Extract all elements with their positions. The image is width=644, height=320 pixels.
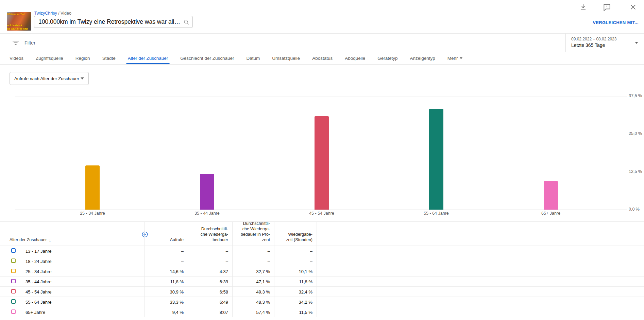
row-checkbox[interactable] [11,299,16,304]
bar-45-54-jahre[interactable] [315,116,329,210]
tab-alter-der-zuschauer[interactable]: Alter der Zuschauer [123,52,173,64]
cell-aufrufe: 9,4 % [172,310,184,315]
column-header-dauer[interactable]: Durchschnittli-che Wiederga-bedauer [201,226,228,243]
row-label: 25 - 34 Jahre [26,269,52,274]
breadcrumb-section: Video [61,11,71,16]
table-row-35-44-jahre[interactable]: 35 - 44 Jahre11,8 %6:3947,1 %11,8 % [0,277,644,287]
tab-label: Alter der Zuschauer [128,56,168,61]
tab-label: Mehr [447,56,458,61]
cell-zeit: 34,2 % [299,300,312,305]
tab-mehr[interactable]: Mehr [443,52,467,64]
thumbnail-text: n Rückblick [7,24,22,27]
column-separator [274,222,274,317]
tab-st-dte[interactable]: Städte [98,52,120,64]
column-separator [144,222,145,317]
thumbnail-text: as war alles kap [7,27,28,30]
tab-anzeigentyp[interactable]: Anzeigentyp [405,52,440,64]
row-checkbox[interactable] [11,248,16,253]
cell-zeit: 11,5 % [299,310,312,315]
breadcrumb-channel-link[interactable]: TwizyChrisy [34,11,57,16]
chevron-down-icon [635,42,638,44]
table-row-45-54-jahre[interactable]: 45 - 54 Jahre30,9 %6:5849,3 %32,4 % [0,287,644,297]
cell-dauer: 6:58 [220,289,228,295]
tab-aboquelle[interactable]: Aboquelle [340,52,370,64]
bar-55-64-jahre[interactable] [429,109,443,210]
metric-dropdown-value: Aufrufe nach Alter der Zuschauer [14,76,79,81]
thumbnail-text: 000km im Twi [7,13,24,16]
row-checkbox[interactable] [11,279,16,283]
download-button[interactable] [579,3,588,12]
breadcrumb: TwizyChrisy / Video [34,11,71,16]
cell-prozent: – [268,249,270,254]
tab-geschlecht-der-zuschauer[interactable]: Geschlecht der Zuschauer [175,52,239,64]
sort-desc-icon: ↓ [49,237,51,243]
table-row-13-17-jahre[interactable]: 13 - 17 Jahre–––– [0,246,644,256]
tab-label: Städte [102,56,116,61]
cell-zeit: 11,8 % [299,279,312,284]
compare-with-button[interactable]: VERGLEICHEN MIT... [593,20,639,25]
column-header-label: Wiedergabe-zeit (Stunden) [286,232,312,243]
cell-prozent: 47,1 % [256,279,270,284]
column-header-label: Durchschnittli-che Wiederga-bedauer in P… [241,221,270,243]
cell-dauer: – [226,259,228,264]
y-axis-tick-label: 37,5 % [629,93,644,98]
column-header-label: Durchschnittli-che Wiederga-bedauer [201,226,228,243]
row-checkbox[interactable] [11,269,16,273]
cell-prozent: – [268,259,270,264]
tab-umsatzquelle[interactable]: Umsatzquelle [267,52,305,64]
bar-65+-jahre[interactable] [544,181,558,210]
cell-dauer: – [226,249,228,254]
row-label: 65+ Jahre [26,310,45,315]
feedback-button[interactable] [603,3,611,12]
youtube-studio-analytics-page: 000km im Twi n Rückblick as war alles ka… [0,0,644,320]
add-metric-button[interactable] [141,231,148,238]
cell-zeit: 10,1 % [299,269,312,274]
metric-dropdown[interactable]: Aufrufe nach Alter der Zuschauer [10,72,89,85]
table-row-18-24-jahre[interactable]: 18 - 24 Jahre–––– [0,256,644,266]
cell-aufrufe: 33,3 % [170,300,184,305]
bar-25-34-jahre[interactable] [85,165,100,210]
row-checkbox[interactable] [11,259,16,263]
table-header: Alter der Zuschauer↓AufrufeDurchschnittl… [0,222,644,246]
x-axis-category-label: 65+ Jahre [522,211,580,216]
table-row-65+-jahre[interactable]: 65+ Jahre9,4 %8:0757,4 %11,5 % [0,307,644,317]
row-checkbox[interactable] [11,289,16,294]
column-header-aufrufe[interactable]: Aufrufe [170,237,184,243]
column-header-prozent[interactable]: Durchschnittli-che Wiederga-bedauer in P… [241,221,270,243]
cell-aufrufe: 30,9 % [170,289,184,295]
row-label: 45 - 54 Jahre [26,289,52,295]
cell-prozent: 32,7 % [256,269,270,274]
cell-dauer: 6:49 [220,300,228,305]
x-axis-category-label: 45 - 54 Jahre [293,211,351,216]
gridline [15,210,627,210]
row-label: 35 - 44 Jahre [26,279,52,284]
tab-abostatus[interactable]: Abostatus [307,52,337,64]
cell-dauer: 4:37 [220,269,228,274]
tab-region[interactable]: Region [71,52,95,64]
tab-zugriffsquelle[interactable]: Zugriffsquelle [31,52,68,64]
column-header-zeit[interactable]: Wiedergabe-zeit (Stunden) [286,232,312,243]
bar-35-44-jahre[interactable] [200,174,214,210]
tab-videos[interactable]: Videos [5,52,28,64]
table-row-25-34-jahre[interactable]: 25 - 34 Jahre14,6 %4:3732,7 %10,1 % [0,266,644,277]
tab-ger-tetyp[interactable]: Gerätetyp [373,52,402,64]
close-button[interactable] [629,3,638,12]
y-axis-tick-label: 0,0 % [629,207,644,212]
table-row-55-64-jahre[interactable]: 55 - 64 Jahre33,3 %6:4948,3 %34,2 % [0,297,644,307]
tab-label: Abostatus [312,56,333,61]
search-icon [183,19,190,25]
x-axis-category-label: 35 - 44 Jahre [178,211,236,216]
tab-datum[interactable]: Datum [242,52,265,64]
column-separator [188,222,188,317]
row-checkbox[interactable] [11,309,16,314]
filter-icon [12,41,19,46]
filter-bar[interactable]: Filter 09.02.2022 – 08.02.2023 Letzte 36… [0,33,644,52]
date-range-text: 09.02.2022 – 08.02.2023 [571,37,639,41]
cell-zeit: 32,4 % [299,289,312,295]
video-search-input[interactable]: 100.000km im Twizy eine Retrospektive wa… [34,16,193,28]
date-range-picker[interactable]: 09.02.2022 – 08.02.2023 Letzte 365 Tage [565,34,644,52]
cell-dauer: 6:39 [220,279,228,284]
column-header-alter[interactable]: Alter der Zuschauer↓ [10,237,51,243]
tab-label: Umsatzquelle [272,56,300,61]
y-axis-tick-label: 25,0 % [629,131,644,136]
